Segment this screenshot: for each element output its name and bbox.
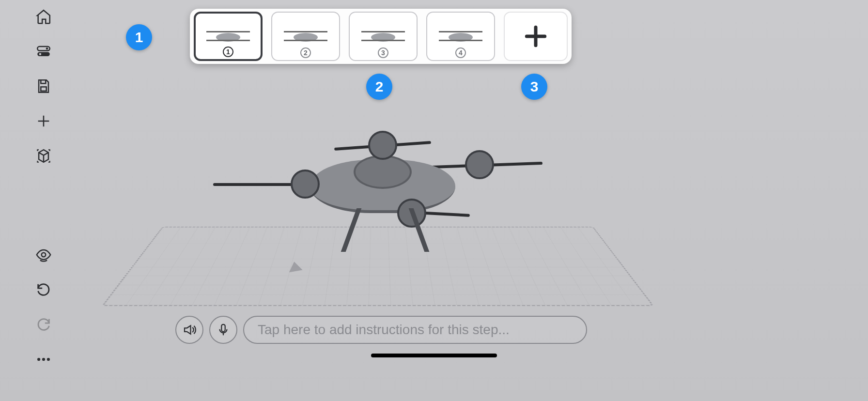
instruction-bar	[175, 316, 587, 344]
undo-icon	[35, 281, 52, 298]
save-icon	[35, 78, 52, 94]
speaker-icon	[182, 323, 197, 337]
step-number: 1	[223, 46, 233, 57]
save-button[interactable]	[34, 77, 53, 96]
step-thumb-2[interactable]: 2	[271, 12, 340, 61]
microphone-icon	[216, 323, 231, 337]
drone-thumbnail-icon	[206, 24, 250, 48]
svg-rect-9	[221, 324, 225, 332]
step-number: 3	[378, 47, 388, 58]
eye-icon	[35, 247, 52, 263]
add-step-button[interactable]	[504, 12, 568, 61]
step-thumb-3[interactable]: 3	[349, 12, 418, 61]
steps-strip: 1 2 3 4	[190, 9, 572, 64]
home-button[interactable]	[34, 7, 53, 26]
annotation-badge-2: 2	[366, 74, 392, 100]
svg-point-3	[39, 53, 42, 55]
annotation-badge-1: 1	[126, 24, 152, 50]
ar-view-button[interactable]	[34, 146, 53, 166]
svg-point-8	[47, 358, 50, 361]
left-toolbar	[29, 7, 58, 369]
instruction-input[interactable]	[243, 316, 587, 344]
audio-button[interactable]	[175, 316, 203, 344]
plus-icon	[522, 23, 549, 50]
home-icon	[35, 8, 52, 25]
svg-point-2	[46, 47, 48, 50]
svg-point-6	[37, 358, 40, 361]
redo-icon	[35, 316, 52, 333]
undo-button[interactable]	[34, 280, 53, 299]
ar-cube-icon	[35, 148, 52, 164]
more-button[interactable]	[34, 350, 53, 369]
annotation-badge-3: 3	[521, 74, 547, 100]
step-thumb-4[interactable]: 4	[426, 12, 495, 61]
plus-icon	[35, 113, 52, 129]
step-thumb-1[interactable]: 1	[194, 12, 263, 61]
drone-thumbnail-icon	[361, 24, 405, 48]
visibility-button[interactable]	[34, 245, 53, 264]
drone-thumbnail-icon	[284, 24, 327, 48]
layers-toggle-icon	[35, 43, 52, 60]
ground-grid	[102, 227, 654, 306]
step-number: 4	[455, 47, 466, 58]
layers-toggle-button[interactable]	[34, 42, 53, 61]
microphone-button[interactable]	[209, 316, 237, 344]
home-indicator	[371, 354, 497, 357]
svg-point-5	[42, 253, 46, 257]
redo-button[interactable]	[34, 315, 53, 334]
more-icon	[35, 351, 52, 368]
svg-rect-4	[41, 87, 46, 91]
add-object-button[interactable]	[34, 111, 53, 131]
step-number: 2	[300, 47, 311, 58]
svg-point-7	[42, 358, 45, 361]
drone-thumbnail-icon	[439, 24, 482, 48]
